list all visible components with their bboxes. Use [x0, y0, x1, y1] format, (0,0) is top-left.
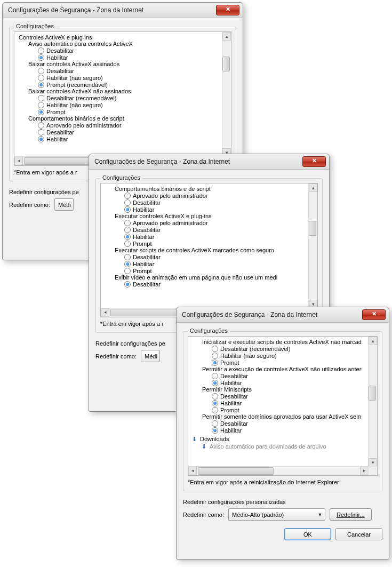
radio-icon: [38, 122, 44, 129]
chevron-down-icon: ▼: [317, 512, 323, 517]
radio-option[interactable]: Habilitar: [190, 427, 367, 434]
reset-level-combo[interactable]: Médio-Alto (padrão) ▼: [228, 508, 325, 521]
radio-option[interactable]: Desabilitar: [103, 227, 308, 233]
dialog-title: Configurações de Segurança - Zona da Int…: [8, 6, 143, 14]
scroll-left-arrow-icon[interactable]: ◂: [14, 157, 23, 165]
radio-option[interactable]: Habilitar: [103, 261, 308, 267]
radio-icon: [38, 47, 44, 54]
radio-icon: [38, 129, 44, 135]
category-download-unsigned: Baixar controles ActiveX não assinados: [17, 88, 221, 94]
radio-option[interactable]: Habilitar: [103, 234, 308, 240]
scroll-thumb[interactable]: [309, 221, 316, 236]
radio-option[interactable]: Habilitar: [190, 380, 367, 386]
radio-option[interactable]: Desabilitar: [103, 199, 308, 206]
radio-icon: [212, 427, 218, 434]
radio-option[interactable]: Prompt: [17, 109, 221, 115]
reset-button[interactable]: Redefinir...: [330, 508, 372, 521]
radio-option[interactable]: Desabilitar: [103, 254, 308, 260]
group-title: Configurações: [188, 328, 230, 334]
scroll-down-arrow-icon[interactable]: ▾: [369, 458, 377, 467]
radio-icon: [38, 136, 44, 142]
radio-icon: [124, 199, 131, 206]
download-icon: ⬇: [190, 435, 198, 443]
radio-icon: [124, 268, 131, 274]
radio-icon: [124, 193, 131, 199]
radio-icon: [212, 380, 218, 386]
radio-icon: [38, 102, 44, 108]
radio-icon: [212, 353, 218, 359]
category-script-safe: Executar scripts de controles ActiveX ma…: [103, 247, 308, 253]
close-button[interactable]: ✕: [362, 309, 386, 320]
category-downloads: ⬇Downloads: [190, 435, 367, 443]
radio-option[interactable]: Habilitar: [190, 400, 367, 406]
radio-option[interactable]: Desabilitar: [17, 47, 221, 54]
radio-option[interactable]: Prompt: [103, 241, 308, 247]
reset-level-combo[interactable]: Médi: [54, 198, 74, 211]
category-binary-behaviors: Comportamentos binários e de script: [17, 115, 221, 122]
category-run-activex: Executar controles ActiveX e plug-ins: [103, 213, 308, 219]
radio-option[interactable]: Desabilitar (recomendável): [190, 346, 367, 352]
dialog-title: Configurações de Segurança - Zona da Int…: [182, 311, 317, 318]
radio-icon: [124, 234, 131, 240]
radio-option[interactable]: Habilitar: [17, 136, 221, 142]
radio-option[interactable]: Prompt (recomendável): [17, 82, 221, 88]
security-settings-dialog-3: Configurações de Segurança - Zona da Int…: [176, 307, 389, 560]
radio-option[interactable]: Aprovado pelo administrador: [103, 193, 308, 199]
radio-option[interactable]: Desabilitar: [190, 420, 367, 427]
vertical-scrollbar[interactable]: ▴ ▾: [368, 337, 377, 467]
close-icon: ✕: [226, 6, 230, 12]
radio-option[interactable]: Desabilitar: [17, 129, 221, 135]
radio-option[interactable]: Habilitar (não seguro): [17, 102, 221, 108]
radio-option[interactable]: Desabilitar: [17, 68, 221, 74]
reset-level-combo[interactable]: Médi: [141, 350, 160, 362]
radio-option[interactable]: Aprovado pelo administrador: [17, 122, 221, 129]
vertical-scrollbar[interactable]: ▴ ▾: [308, 183, 317, 308]
download-icon: ⬇: [200, 443, 207, 450]
category-allow-unused: Permitir a execução de controles ActiveX…: [190, 366, 367, 372]
radio-icon: [124, 227, 131, 233]
radio-icon: [212, 346, 218, 352]
radio-option[interactable]: Desabilitar: [103, 281, 308, 288]
scroll-up-arrow-icon[interactable]: ▴: [222, 32, 231, 41]
scroll-right-arrow-icon[interactable]: ▸: [360, 467, 369, 475]
radio-option[interactable]: Aprovado pelo administrador: [103, 220, 308, 226]
scroll-left-arrow-icon[interactable]: ◂: [101, 308, 109, 317]
scroll-thumb[interactable]: [222, 57, 230, 71]
category-approved-domains: Permitir somente domínios aprovados para…: [190, 413, 367, 420]
radio-icon: [124, 241, 131, 247]
settings-tree[interactable]: Comportamentos binários e de script Apro…: [100, 183, 318, 317]
radio-option[interactable]: Prompt: [190, 407, 367, 413]
radio-option[interactable]: Habilitar: [17, 54, 221, 61]
radio-icon: [38, 54, 44, 61]
close-button[interactable]: ✕: [302, 156, 326, 167]
scroll-thumb[interactable]: [369, 386, 376, 401]
radio-option[interactable]: Prompt: [190, 360, 367, 366]
radio-icon: [38, 82, 44, 88]
scroll-up-arrow-icon[interactable]: ▴: [369, 337, 377, 345]
category-activex-plugins: Controles ActiveX e plug-ins: [17, 34, 221, 41]
radio-option[interactable]: Desabilitar: [190, 393, 367, 400]
radio-option[interactable]: Habilitar (não seguro): [17, 75, 221, 81]
radio-option[interactable]: Prompt: [103, 268, 308, 274]
radio-option[interactable]: Habilitar (não seguro): [190, 353, 367, 359]
reset-label: Redefinir como:: [183, 512, 224, 518]
group-title: Configurações: [100, 174, 142, 181]
scroll-left-arrow-icon[interactable]: ◂: [188, 467, 197, 475]
radio-icon: [38, 68, 44, 74]
settings-group: Configurações Inicializar e executar scr…: [183, 331, 382, 491]
settings-tree[interactable]: Inicializar e executar scripts de contro…: [188, 336, 378, 476]
close-button[interactable]: ✕: [216, 5, 239, 15]
radio-icon: [124, 254, 131, 260]
scroll-up-arrow-icon[interactable]: ▴: [309, 183, 317, 192]
radio-option[interactable]: Desabilitar: [190, 373, 367, 379]
category-binary-behaviors: Comportamentos binários e de script: [103, 186, 308, 192]
horizontal-scrollbar[interactable]: ◂ ▸: [188, 466, 369, 475]
settings-tree[interactable]: Controles ActiveX e plug-ins Aviso autom…: [14, 31, 231, 166]
ok-button[interactable]: OK: [284, 528, 331, 540]
cancel-button[interactable]: Cancelar: [335, 528, 382, 540]
radio-option[interactable]: Habilitar: [103, 206, 308, 213]
radio-option[interactable]: Desabilitar (recomendável): [17, 95, 221, 101]
scroll-thumb[interactable]: [198, 467, 274, 475]
category-miniscripts: Permitir Miniscripts: [190, 386, 367, 393]
vertical-scrollbar[interactable]: ▴ ▾: [222, 32, 231, 157]
